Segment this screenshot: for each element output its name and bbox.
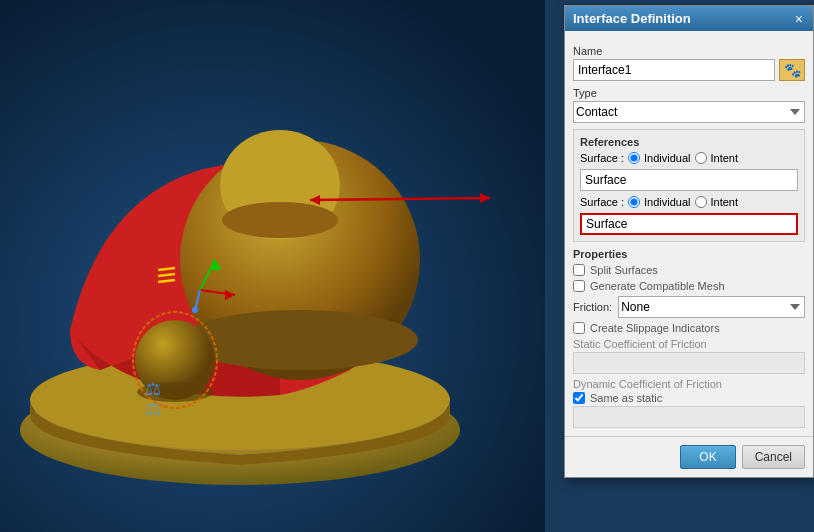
surface1-individual-label: Individual bbox=[644, 152, 690, 164]
generate-mesh-label: Generate Compatible Mesh bbox=[590, 280, 725, 292]
dynamic-coef-label: Dynamic Coefficient of Friction bbox=[573, 378, 805, 390]
name-input[interactable] bbox=[573, 59, 775, 81]
surface1-intent-radio[interactable] bbox=[695, 152, 707, 164]
same-as-static-label: Same as static bbox=[590, 392, 662, 404]
static-coef-input[interactable] bbox=[573, 352, 805, 374]
dialog-titlebar: Interface Definition × bbox=[565, 6, 813, 31]
svg-point-15 bbox=[192, 307, 198, 313]
generate-mesh-row: Generate Compatible Mesh bbox=[573, 280, 805, 292]
interface-definition-dialog: Interface Definition × Name 🐾 Type Conta… bbox=[564, 5, 814, 478]
dialog-title: Interface Definition bbox=[573, 11, 691, 26]
name-label: Name bbox=[573, 45, 805, 57]
name-icon-button[interactable]: 🐾 bbox=[779, 59, 805, 81]
same-as-static-checkbox[interactable] bbox=[573, 392, 585, 404]
surface1-input[interactable] bbox=[580, 169, 798, 191]
references-section: References Surface : Individual Intent S… bbox=[573, 129, 805, 242]
dialog-body: Name 🐾 Type Contact References Surface :… bbox=[565, 31, 813, 436]
surface2-individual-label: Individual bbox=[644, 196, 690, 208]
dialog-footer: OK Cancel bbox=[565, 436, 813, 477]
dynamic-coef-input[interactable] bbox=[573, 406, 805, 428]
generate-mesh-checkbox[interactable] bbox=[573, 280, 585, 292]
svg-text:⚖: ⚖ bbox=[145, 379, 161, 399]
split-surfaces-checkbox[interactable] bbox=[573, 264, 585, 276]
surface2-label: Surface : bbox=[580, 196, 624, 208]
same-as-static-row: Same as static bbox=[573, 392, 805, 404]
name-row: 🐾 bbox=[573, 59, 805, 81]
create-slip-row: Create Slippage Indicators bbox=[573, 322, 805, 334]
surface1-intent-label: Intent bbox=[711, 152, 739, 164]
split-surfaces-label: Split Surfaces bbox=[590, 264, 658, 276]
properties-label: Properties bbox=[573, 248, 805, 260]
svg-text:⚖: ⚖ bbox=[145, 399, 161, 419]
surface2-intent-radio[interactable] bbox=[695, 196, 707, 208]
type-select[interactable]: Contact bbox=[573, 101, 805, 123]
surface1-label: Surface : bbox=[580, 152, 624, 164]
close-button[interactable]: × bbox=[793, 12, 805, 26]
friction-label: Friction: bbox=[573, 301, 612, 313]
surface2-radio-row: Surface : Individual Intent bbox=[580, 196, 798, 208]
friction-row: Friction: None bbox=[573, 296, 805, 318]
svg-point-6 bbox=[222, 202, 338, 238]
references-label: References bbox=[580, 136, 798, 148]
surface1-individual-radio[interactable] bbox=[628, 152, 640, 164]
friction-select[interactable]: None bbox=[618, 296, 805, 318]
cancel-button[interactable]: Cancel bbox=[742, 445, 805, 469]
surface2-input-highlighted[interactable] bbox=[580, 213, 798, 235]
type-label: Type bbox=[573, 87, 805, 99]
surface2-intent-label: Intent bbox=[711, 196, 739, 208]
static-coef-label: Static Coefficient of Friction bbox=[573, 338, 805, 350]
surface2-individual-radio[interactable] bbox=[628, 196, 640, 208]
ok-button[interactable]: OK bbox=[680, 445, 735, 469]
create-slip-checkbox[interactable] bbox=[573, 322, 585, 334]
surface1-radio-row: Surface : Individual Intent bbox=[580, 152, 798, 164]
create-slip-label: Create Slippage Indicators bbox=[590, 322, 720, 334]
split-surfaces-row: Split Surfaces bbox=[573, 264, 805, 276]
properties-section: Properties Split Surfaces Generate Compa… bbox=[573, 248, 805, 428]
3d-viewport[interactable]: ⚖ ⚖ bbox=[0, 0, 545, 532]
